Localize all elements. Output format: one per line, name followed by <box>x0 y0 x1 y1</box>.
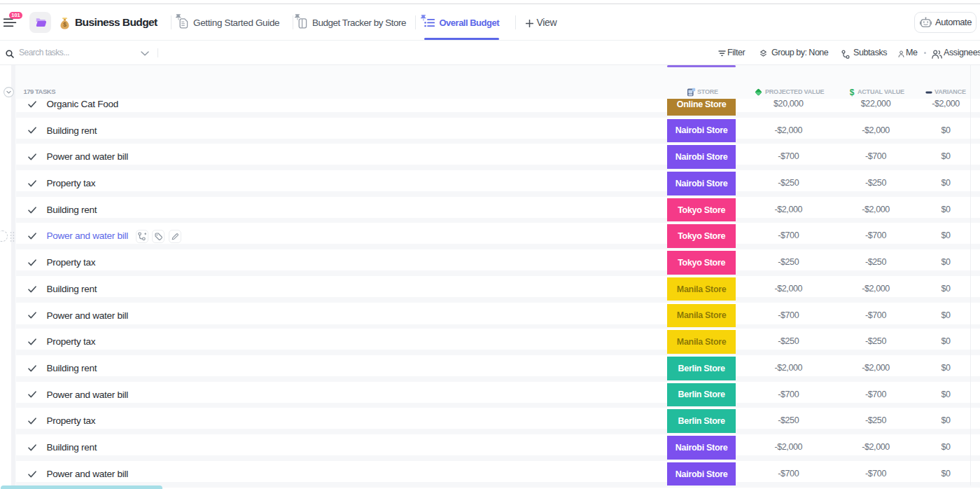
svg-text:$: $ <box>850 87 855 97</box>
svg-text:$: $ <box>63 22 66 29</box>
